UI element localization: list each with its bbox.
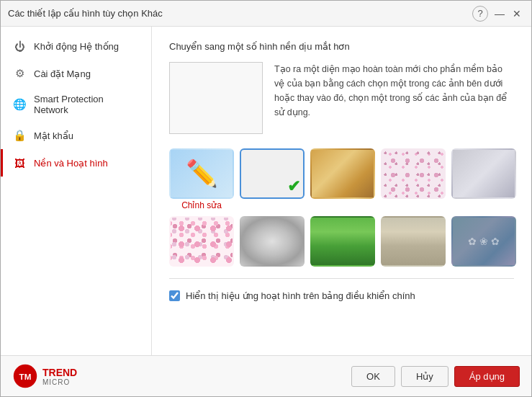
sidebar: ⏻ Khởi động Hệ thống ⚙ Cài đặt Mạng 🌐 Sm…: [1, 27, 152, 355]
footer-buttons: OK Hủy Áp dụng: [351, 366, 520, 387]
animation-checkbox-row: Hiển thị hiệu ứng hoạt hình trên bảng đi…: [169, 290, 514, 301]
sidebar-item-wallpaper[interactable]: 🖼 Nền và Hoạt hình: [1, 149, 151, 177]
sidebar-item-network-label: Cài đặt Mạng: [34, 68, 91, 79]
brand-name: TREND: [42, 367, 77, 378]
wallpaper-thumb-grass[interactable]: [310, 216, 375, 267]
wallpaper-thumb-pink-dots[interactable]: [381, 148, 446, 199]
wallpaper-thumb-flowers[interactable]: [451, 216, 516, 267]
sidebar-item-spn[interactable]: 🌐 Smart Protection Network: [1, 87, 151, 122]
brand-logo: TM TREND MICRO: [12, 363, 77, 389]
brand-sub: MICRO: [42, 378, 77, 386]
apply-button[interactable]: Áp dụng: [454, 366, 520, 387]
titlebar: Các thiết lập cấu hình tùy chọn Khác ? —…: [1, 1, 531, 27]
sidebar-item-startup[interactable]: ⏻ Khởi động Hệ thống: [1, 32, 151, 60]
wallpaper-thumb-container-geometric: [451, 148, 516, 210]
animation-checkbox[interactable]: [169, 290, 180, 301]
wallpaper-edit-label: Chỉnh sửa: [169, 200, 234, 210]
wallpaper-thumb-container-white: ✔: [240, 148, 305, 210]
sidebar-item-network[interactable]: ⚙ Cài đặt Mạng: [1, 60, 151, 87]
wallpaper-thumb-gold[interactable]: [310, 148, 375, 199]
animation-checkbox-label[interactable]: Hiển thị hiệu ứng hoạt hình trên bảng đi…: [186, 290, 415, 301]
password-icon: 🔒: [12, 128, 27, 143]
section-title: Chuyển sang một số hình nền dịu mắt hơn: [169, 41, 514, 52]
wallpaper-icon: 🖼: [12, 156, 27, 170]
ok-button[interactable]: OK: [351, 366, 395, 387]
window-controls: — ✕: [492, 6, 524, 21]
startup-icon: ⏻: [12, 39, 27, 53]
checkmark-icon: ✔: [287, 177, 300, 196]
wallpaper-thumb-container-dots-pink: [169, 216, 234, 267]
spn-icon: 🌐: [12, 97, 27, 112]
wallpaper-thumb-container-grass: [310, 216, 375, 267]
window-title: Các thiết lập cấu hình tùy chọn Khác: [8, 8, 472, 19]
sidebar-item-wallpaper-label: Nền và Hoạt hình: [34, 158, 108, 169]
wallpaper-thumb-dots-pink[interactable]: [169, 216, 234, 267]
svg-text:TM: TM: [19, 372, 32, 381]
sidebar-item-spn-label: Smart Protection Network: [34, 94, 140, 115]
wallpaper-thumb-edit[interactable]: ✏️: [169, 148, 234, 199]
close-button[interactable]: ✕: [510, 6, 524, 21]
wallpaper-thumb-white[interactable]: ✔: [240, 148, 305, 199]
top-row: Tạo ra một diện mạo hoàn toàn mới cho ph…: [169, 62, 514, 134]
sidebar-item-startup-label: Khởi động Hệ thống: [34, 41, 119, 52]
trend-micro-logo: TM: [12, 363, 38, 389]
preview-box: [169, 62, 263, 134]
wallpaper-thumb-sand[interactable]: [381, 216, 446, 267]
wallpaper-thumb-container-metal: [240, 216, 305, 267]
pencil-icon: ✏️: [186, 159, 218, 189]
main-panel: Chuyển sang một số hình nền dịu mắt hơn …: [152, 27, 531, 355]
footer: TM TREND MICRO OK Hủy Áp dụng: [1, 355, 531, 396]
wallpaper-thumb-container-pink-dots: [381, 148, 446, 210]
sidebar-item-password[interactable]: 🔒 Mật khẩu: [1, 122, 151, 149]
main-window: Các thiết lập cấu hình tùy chọn Khác ? —…: [0, 0, 532, 397]
wallpaper-thumb-metal[interactable]: [240, 216, 305, 267]
description-text: Tạo ra một diện mạo hoàn toàn mới cho ph…: [274, 62, 514, 134]
network-icon: ⚙: [12, 66, 27, 81]
help-button[interactable]: ?: [472, 6, 488, 22]
sidebar-item-password-label: Mật khẩu: [34, 130, 73, 141]
wallpaper-thumb-container-flowers: [451, 216, 516, 267]
cancel-button[interactable]: Hủy: [401, 366, 448, 387]
wallpaper-thumb-container-sand: [381, 216, 446, 267]
brand-text: TREND MICRO: [42, 367, 77, 386]
wallpaper-row-2: [169, 216, 514, 267]
wallpaper-row-1: ✏️ Chỉnh sửa ✔: [169, 148, 514, 210]
content-area: ⏻ Khởi động Hệ thống ⚙ Cài đặt Mạng 🌐 Sm…: [1, 27, 531, 355]
wallpaper-thumb-container-gold: [310, 148, 375, 210]
wallpaper-thumb-geometric[interactable]: [451, 148, 516, 199]
minimize-button[interactable]: —: [492, 6, 507, 21]
divider: [169, 278, 514, 279]
wallpaper-thumb-container-edit: ✏️ Chỉnh sửa: [169, 148, 234, 210]
